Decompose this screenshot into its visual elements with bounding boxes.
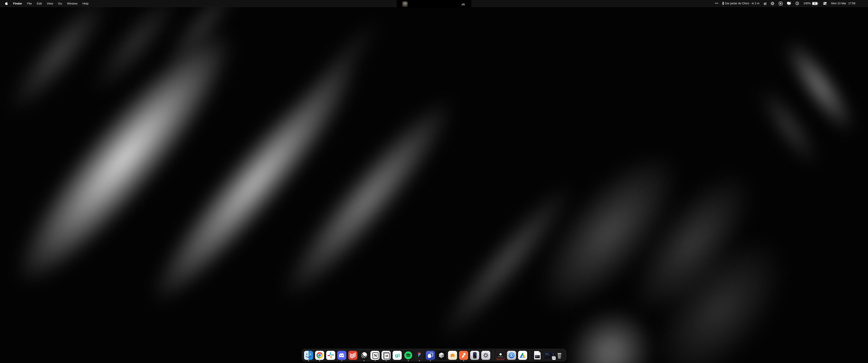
now-playing-album-art[interactable] (402, 1, 408, 7)
dock-item-system-settings[interactable] (481, 351, 490, 360)
discord-icon (337, 351, 346, 360)
gdrive-icon (518, 351, 527, 360)
blue-windows-icon (426, 351, 435, 360)
simulator-icon (470, 351, 479, 360)
dock-item-simulator[interactable] (470, 351, 479, 360)
dock-item-figma[interactable] (415, 351, 424, 360)
status-area: •••Dar jantar do Chico · in 2 mg100%Mon … (715, 0, 868, 7)
cube3d-icon (437, 351, 446, 360)
apple-menu[interactable] (3, 0, 11, 7)
running-indicator (319, 360, 320, 361)
starburst-status[interactable] (771, 0, 774, 7)
pointer-shape-status[interactable] (779, 0, 782, 7)
dock-separator (493, 351, 493, 360)
dock-item-notion-calendar[interactable]: 10 (381, 351, 391, 360)
running-indicator (375, 360, 375, 361)
raycast-icon: raycast (496, 351, 505, 360)
dock-item-minimized-window[interactable]: 10 (544, 351, 553, 360)
running-indicator (385, 360, 386, 361)
overflow-dots: ••• (715, 2, 719, 5)
app-menus: FinderFileEditViewGoWindowHelp (0, 0, 91, 7)
menu-help[interactable]: Help (80, 0, 91, 7)
sphere-icon (360, 351, 368, 360)
battery-charging-icon (812, 2, 819, 5)
grammarly-icon: g (764, 2, 767, 5)
running-indicator (430, 360, 431, 361)
dock: N10graycast10 (302, 349, 566, 361)
clock-status[interactable]: Mon 10 Mar17:58 (831, 0, 855, 7)
min-window-icon: 10 (544, 352, 553, 361)
finder-icon (304, 351, 313, 360)
trash-icon (555, 351, 564, 360)
notion-icon: N (370, 351, 379, 360)
grammarly-status[interactable]: g (764, 0, 767, 7)
pointer-shape-icon (779, 2, 782, 5)
dock-separator (530, 351, 530, 360)
1password-icon (507, 351, 516, 360)
control-center-icon (823, 2, 827, 5)
running-indicator (419, 360, 420, 361)
desktop-wallpaper (0, 0, 868, 363)
document-icon (533, 351, 542, 360)
running-indicator (408, 360, 409, 361)
dock-item-finder[interactable] (304, 351, 313, 360)
notch-now-playing-widget[interactable] (397, 0, 471, 8)
postman-icon (459, 351, 468, 360)
dock-item-grammarly[interactable]: g (393, 351, 402, 360)
running-indicator (308, 360, 309, 361)
starburst-icon (771, 2, 774, 5)
dock-item-trash[interactable] (555, 351, 564, 360)
dock-item-document-file[interactable] (533, 351, 542, 360)
todoist-icon (348, 351, 358, 360)
battery-percent: 100% (803, 2, 811, 5)
menu-view[interactable]: View (44, 0, 56, 7)
event-text: Dar jantar do Chico · in 2 m (725, 2, 760, 5)
menu-edit[interactable]: Edit (34, 0, 44, 7)
postgres-icon (448, 351, 457, 360)
dock-item-spotify[interactable] (404, 351, 413, 360)
audio-visualizer-icon (462, 3, 465, 5)
dock-item-todoist[interactable] (348, 351, 358, 360)
1password-status[interactable] (796, 0, 799, 7)
dock-item-notion[interactable]: N (370, 351, 379, 360)
display-mirroring-icon (787, 2, 791, 5)
chrome-icon (315, 351, 324, 360)
battery-status[interactable]: 100% (803, 0, 819, 7)
menu-file[interactable]: File (25, 0, 34, 7)
dock-item-3d-cube-app[interactable] (437, 351, 446, 360)
dock-panel: N10graycast10 (302, 349, 566, 361)
dock-item-raycast[interactable]: raycast (496, 351, 505, 360)
menu-window[interactable]: Window (64, 0, 80, 7)
dock-item-slack[interactable] (326, 351, 335, 360)
dock-item-1password[interactable] (507, 351, 516, 360)
1password-icon (796, 2, 799, 5)
grammarly-icon: g (393, 351, 402, 360)
notion-calendar-icon: 10 (381, 351, 391, 360)
figma-icon (415, 351, 424, 360)
running-indicator (364, 360, 364, 361)
dock-item-postgres[interactable] (448, 351, 457, 360)
display-mirroring-status[interactable] (787, 0, 791, 7)
running-indicator (341, 360, 342, 361)
dock-item-google-drive[interactable] (518, 351, 527, 360)
menu-finder[interactable]: Finder (11, 0, 25, 7)
settings-icon (481, 351, 490, 360)
event-bar-icon (723, 2, 723, 5)
control-center-status[interactable] (823, 0, 827, 7)
apple-icon (5, 2, 8, 5)
spotify-icon (404, 351, 413, 360)
calendar-event-status[interactable]: Dar jantar do Chico · in 2 m (723, 0, 759, 7)
dock-item-discord[interactable] (337, 351, 346, 360)
dock-item-blue-windows-app[interactable] (426, 351, 435, 360)
overflow-menu-button[interactable]: ••• (715, 0, 719, 7)
slack-icon (326, 351, 335, 360)
menu-go[interactable]: Go (56, 0, 64, 7)
dock-item-postman[interactable] (459, 351, 468, 360)
time-text: 17:58 (848, 2, 855, 5)
dock-item-google-chrome[interactable] (315, 351, 324, 360)
dock-item-dark-sphere-app[interactable] (360, 351, 368, 360)
running-indicator (463, 360, 464, 361)
date-text: Mon 10 Mar (831, 2, 846, 5)
